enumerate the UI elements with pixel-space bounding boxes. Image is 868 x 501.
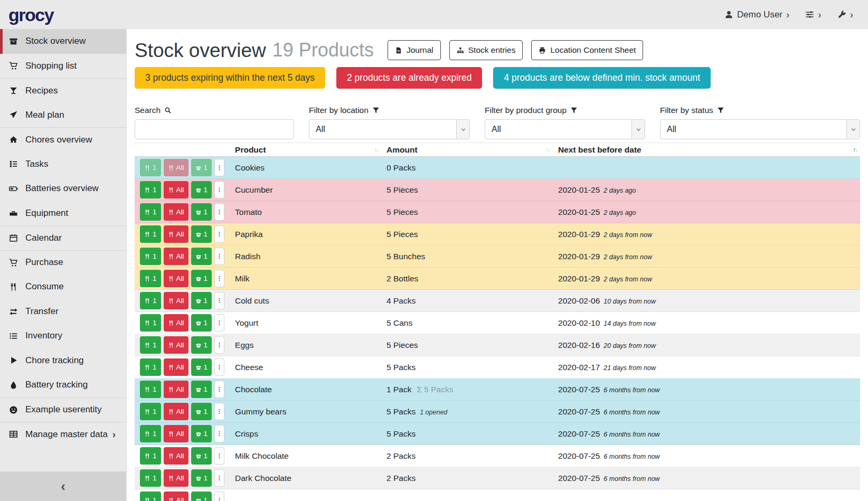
consume-all-button[interactable]: All bbox=[164, 159, 188, 176]
sidebar-item-transfer[interactable]: Transfer bbox=[0, 299, 126, 324]
consume-all-button[interactable]: All bbox=[164, 403, 188, 420]
product-group-select[interactable]: All bbox=[485, 119, 645, 139]
consume-all-button[interactable]: All bbox=[164, 314, 188, 332]
sidebar-item-inventory[interactable]: Inventory bbox=[0, 324, 126, 348]
row-menu-button[interactable] bbox=[214, 469, 224, 487]
consume-one-button[interactable]: 1 bbox=[140, 159, 161, 176]
open-one-button[interactable]: 1 bbox=[191, 469, 212, 487]
open-one-button[interactable]: 1 bbox=[191, 292, 212, 309]
sidebar-item-shopping-list[interactable]: Shopping list bbox=[0, 54, 126, 79]
row-menu-button[interactable] bbox=[214, 225, 224, 243]
consume-all-button[interactable]: All bbox=[164, 447, 188, 465]
sidebar-item-meal-plan[interactable]: Meal plan bbox=[0, 103, 126, 128]
sidebar-item-manage-master-data[interactable]: Manage master data› bbox=[0, 422, 126, 447]
open-one-button[interactable]: 1 bbox=[191, 336, 212, 354]
open-one-button[interactable]: 1 bbox=[191, 225, 212, 243]
row-menu-button[interactable] bbox=[214, 381, 224, 398]
row-menu-button[interactable] bbox=[214, 270, 224, 287]
sidebar-item-batteries-overview[interactable]: Batteries overview bbox=[0, 176, 126, 201]
location-content-sheet-button[interactable]: Location Content Sheet bbox=[531, 40, 643, 60]
row-menu-button[interactable] bbox=[214, 181, 224, 198]
row-menu-button[interactable] bbox=[214, 447, 224, 465]
row-menu-button[interactable] bbox=[214, 248, 224, 265]
sidebar-item-chore-tracking[interactable]: Chore tracking bbox=[0, 348, 126, 373]
consume-one-button[interactable]: 1 bbox=[140, 358, 161, 376]
consume-one-button[interactable]: 1 bbox=[140, 381, 161, 398]
sidebar-item-stock-overview[interactable]: Stock overview bbox=[0, 29, 126, 54]
open-one-button[interactable]: 1 bbox=[191, 314, 212, 332]
consume-one-button[interactable]: 1 bbox=[140, 292, 161, 309]
consume-one-button[interactable]: 1 bbox=[140, 469, 161, 487]
consume-one-button[interactable]: 1 bbox=[140, 491, 161, 501]
sidebar-item-tasks[interactable]: Tasks bbox=[0, 152, 126, 177]
search-icon bbox=[164, 107, 172, 114]
journal-button[interactable]: Journal bbox=[388, 40, 441, 60]
consume-one-button[interactable]: 1 bbox=[140, 248, 161, 265]
open-one-button[interactable]: 1 bbox=[191, 447, 212, 465]
search-input[interactable] bbox=[135, 119, 294, 139]
sidebar-item-chores-overview[interactable]: Chores overview bbox=[0, 127, 126, 152]
below-min-stock-alert-badge[interactable]: 4 products are below defined min. stock … bbox=[493, 67, 711, 89]
consume-all-button[interactable]: All bbox=[164, 358, 188, 376]
consume-one-button[interactable]: 1 bbox=[140, 225, 161, 243]
row-menu-button[interactable] bbox=[214, 425, 224, 442]
row-menu-button[interactable] bbox=[214, 314, 224, 332]
consume-all-button[interactable]: All bbox=[164, 181, 188, 198]
expired-alert-badge[interactable]: 2 products are already expired bbox=[336, 67, 482, 89]
amount-column-header[interactable]: Amount ↑↓ bbox=[381, 143, 553, 157]
product-column-header[interactable]: Product ↑↓ bbox=[230, 143, 381, 157]
sidebar-item-consume[interactable]: Consume bbox=[0, 275, 126, 299]
open-one-button[interactable]: 1 bbox=[191, 159, 212, 176]
sidebar-item-calendar[interactable]: Calendar bbox=[0, 225, 126, 250]
status-select[interactable]: All bbox=[660, 119, 860, 139]
open-one-button[interactable]: 1 bbox=[191, 270, 212, 287]
open-one-button[interactable]: 1 bbox=[191, 381, 212, 398]
open-one-button[interactable]: 1 bbox=[191, 181, 212, 198]
row-menu-button[interactable] bbox=[214, 336, 224, 354]
sidebar-item-battery-tracking[interactable]: Battery tracking bbox=[0, 373, 126, 398]
stock-entries-button[interactable]: Stock entries bbox=[449, 40, 523, 60]
consume-all-button[interactable]: All bbox=[164, 270, 188, 287]
app-logo[interactable]: grocy bbox=[8, 6, 53, 24]
row-menu-button[interactable] bbox=[214, 292, 224, 309]
consume-all-button[interactable]: All bbox=[164, 292, 188, 309]
sidebar-collapse-button[interactable]: ‹ bbox=[0, 471, 126, 501]
row-menu-button[interactable] bbox=[214, 403, 224, 420]
sidebar-item-example-userentity[interactable]: Example userentity bbox=[0, 398, 126, 422]
open-one-button[interactable]: 1 bbox=[191, 403, 212, 420]
consume-all-button[interactable]: All bbox=[164, 336, 188, 354]
sidebar-item-equipment[interactable]: Equipment bbox=[0, 201, 126, 226]
row-menu-button[interactable] bbox=[214, 203, 224, 221]
open-one-button[interactable]: 1 bbox=[191, 491, 212, 501]
open-one-button[interactable]: 1 bbox=[191, 203, 212, 221]
consume-one-button[interactable]: 1 bbox=[140, 314, 161, 332]
consume-one-button[interactable]: 1 bbox=[140, 336, 161, 354]
consume-one-button[interactable]: 1 bbox=[140, 270, 161, 287]
consume-all-button[interactable]: All bbox=[164, 469, 188, 487]
consume-one-button[interactable]: 1 bbox=[140, 181, 161, 198]
open-one-button[interactable]: 1 bbox=[191, 425, 212, 442]
row-menu-button[interactable] bbox=[214, 491, 224, 501]
open-one-button[interactable]: 1 bbox=[191, 358, 212, 376]
consume-all-button[interactable]: All bbox=[164, 248, 188, 265]
location-select[interactable]: All bbox=[309, 119, 470, 139]
open-one-button[interactable]: 1 bbox=[191, 248, 212, 265]
settings-menu[interactable]: › bbox=[805, 10, 821, 20]
row-menu-button[interactable] bbox=[214, 358, 224, 376]
consume-all-button[interactable]: All bbox=[164, 225, 188, 243]
row-menu-button[interactable] bbox=[214, 159, 224, 176]
consume-all-button[interactable]: All bbox=[164, 425, 188, 442]
consume-one-button[interactable]: 1 bbox=[140, 403, 161, 420]
consume-all-button[interactable]: All bbox=[164, 203, 188, 221]
best-before-column-header[interactable]: Next best before date ↑↓ bbox=[553, 143, 860, 157]
consume-all-button[interactable]: All bbox=[164, 381, 188, 398]
user-menu[interactable]: Demo User › bbox=[724, 10, 789, 20]
consume-one-button[interactable]: 1 bbox=[140, 447, 161, 465]
consume-one-button[interactable]: 1 bbox=[140, 425, 161, 442]
sidebar-item-recipes[interactable]: Recipes bbox=[0, 78, 126, 103]
consume-one-button[interactable]: 1 bbox=[140, 203, 161, 221]
sidebar-item-purchase[interactable]: Purchase bbox=[0, 250, 126, 275]
admin-menu[interactable]: › bbox=[837, 10, 853, 20]
consume-all-button[interactable]: All bbox=[164, 491, 188, 501]
expiring-alert-badge[interactable]: 3 products expiring within the next 5 da… bbox=[135, 67, 325, 89]
